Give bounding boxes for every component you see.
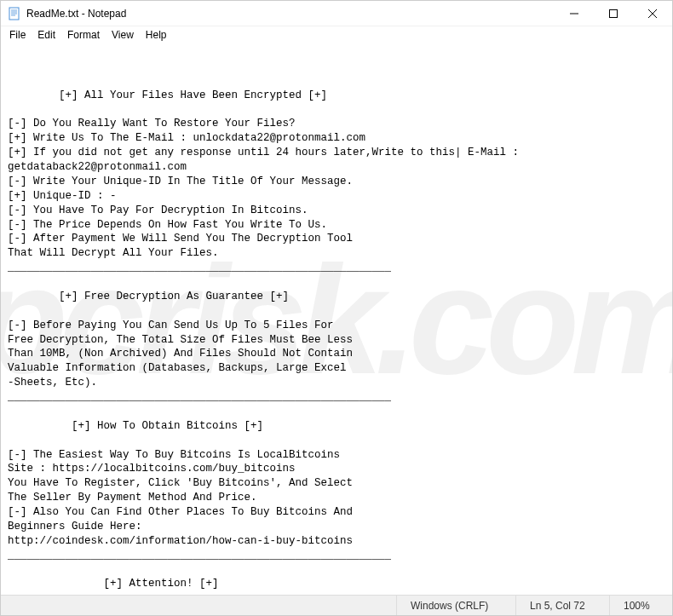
notepad-window: ReadMe.txt - Notepad File Edit Format Vi… (0, 0, 673, 616)
window-controls (555, 1, 672, 26)
status-bar: Windows (CRLF) Ln 5, Col 72 100% (1, 595, 672, 615)
close-button[interactable] (633, 1, 672, 26)
menu-view[interactable]: View (106, 28, 139, 42)
menu-file[interactable]: File (4, 28, 31, 42)
minimize-button[interactable] (555, 1, 594, 26)
menu-edit[interactable]: Edit (32, 28, 60, 42)
text-editor[interactable]: pcrisk.com [+] All Your Files Have Been … (1, 43, 672, 595)
status-position: Ln 5, Col 72 (515, 596, 609, 615)
status-zoom: 100% (609, 596, 669, 615)
menu-help[interactable]: Help (141, 28, 172, 42)
title-left: ReadMe.txt - Notepad (8, 7, 126, 20)
menu-format[interactable]: Format (62, 28, 105, 42)
document-text: [+] All Your Files Have Been Encrypted [… (8, 89, 665, 595)
maximize-button[interactable] (594, 1, 633, 26)
status-encoding: Windows (CRLF) (396, 596, 515, 615)
menu-bar: File Edit Format View Help (1, 26, 672, 43)
title-bar: ReadMe.txt - Notepad (1, 1, 672, 26)
svg-rect-6 (610, 9, 618, 17)
notepad-icon (8, 7, 21, 20)
window-title: ReadMe.txt - Notepad (26, 8, 126, 20)
